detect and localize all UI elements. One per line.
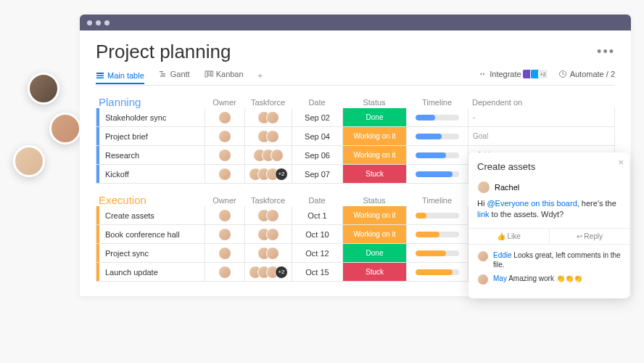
owner-cell[interactable] xyxy=(205,165,245,183)
date-cell[interactable]: Sep 04 xyxy=(292,127,343,145)
status-cell[interactable]: Done xyxy=(343,108,407,126)
timeline-cell[interactable] xyxy=(407,146,468,164)
owner-cell[interactable] xyxy=(205,244,245,262)
item-name[interactable]: Project brief xyxy=(99,127,205,145)
tab-kanban[interactable]: Kanban xyxy=(205,70,244,81)
owner-cell[interactable] xyxy=(205,108,245,126)
close-icon[interactable]: × xyxy=(618,157,624,168)
svg-rect-3 xyxy=(160,71,163,73)
date-cell[interactable]: Sep 06 xyxy=(292,146,343,164)
comment-item-title: Create assets xyxy=(477,161,621,172)
status-cell[interactable]: Stuck xyxy=(343,165,407,183)
dependent-cell[interactable]: - xyxy=(468,108,534,126)
timeline-cell[interactable] xyxy=(407,165,468,183)
comment-body: Hi @Everyone on this board, here's the l… xyxy=(477,198,621,221)
taskforce-cell[interactable] xyxy=(245,206,292,224)
taskforce-cell[interactable]: +2 xyxy=(245,263,292,281)
status-cell[interactable]: Working on it xyxy=(343,225,407,243)
owner-cell[interactable] xyxy=(205,206,245,224)
reply-text: Looks great, left comments in the file. xyxy=(493,251,621,269)
column-header-owner[interactable]: Owner xyxy=(205,196,244,205)
date-cell[interactable]: Sep 02 xyxy=(292,108,343,126)
link[interactable]: link xyxy=(477,210,490,219)
reply-button[interactable]: ↩ Reply xyxy=(550,229,630,244)
timeline-cell[interactable] xyxy=(407,225,468,243)
timeline-cell[interactable] xyxy=(407,206,468,224)
tab-label: Main table xyxy=(107,71,144,80)
avatar xyxy=(13,145,45,177)
avatar xyxy=(218,130,231,143)
status-cell[interactable]: Working on it xyxy=(343,127,407,145)
owner-cell[interactable] xyxy=(205,225,245,243)
timeline-cell[interactable] xyxy=(407,108,468,126)
tab-gantt[interactable]: Gantt xyxy=(159,70,190,81)
avatar xyxy=(49,113,81,144)
taskforce-cell[interactable]: +2 xyxy=(245,165,292,183)
item-name[interactable]: Kickoff xyxy=(99,165,205,183)
column-header-timeline[interactable]: Timeline xyxy=(406,196,468,205)
avatar xyxy=(477,181,490,194)
tab-main-table[interactable]: Main table xyxy=(96,71,144,84)
table-row[interactable]: Project brief Sep 04 Working on it Goal xyxy=(96,127,615,146)
reply-icon: ↩ xyxy=(577,232,585,240)
automate-button[interactable]: Automate / 2 xyxy=(558,70,615,81)
column-header-taskforce[interactable]: Taskforce xyxy=(244,98,292,107)
reply-text: Amazing work 👏👏👏 xyxy=(508,274,582,282)
column-header-dependent[interactable]: Dependent on xyxy=(468,98,533,107)
status-cell[interactable]: Working on it xyxy=(343,146,407,164)
taskforce-cell[interactable] xyxy=(245,225,292,243)
timeline-cell[interactable] xyxy=(407,263,468,281)
item-name[interactable]: Research xyxy=(99,146,205,164)
tab-label: Gantt xyxy=(170,70,190,78)
more-menu-icon[interactable]: ••• xyxy=(597,44,615,60)
avatar xyxy=(218,266,231,279)
integration-badge-more: +2 xyxy=(538,69,548,79)
reply-author[interactable]: Eddie xyxy=(493,251,512,259)
table-row[interactable]: Stakeholder sync Sep 02 Done - xyxy=(96,108,615,127)
board-title[interactable]: Project planning xyxy=(96,41,231,63)
taskforce-cell[interactable] xyxy=(245,108,292,126)
group-name[interactable]: Planning xyxy=(96,96,205,108)
column-header-owner[interactable]: Owner xyxy=(205,98,244,107)
item-name[interactable]: Stakeholder sync xyxy=(99,108,205,126)
taskforce-cell[interactable] xyxy=(245,146,292,164)
reply-author[interactable]: May xyxy=(493,274,507,282)
taskforce-cell[interactable] xyxy=(245,244,292,262)
date-cell[interactable]: Oct 12 xyxy=(292,244,343,262)
integrate-button[interactable]: Integrate +2 xyxy=(478,69,548,82)
timeline-cell[interactable] xyxy=(407,244,468,262)
timeline-cell[interactable] xyxy=(407,127,468,145)
item-name[interactable]: Create assets xyxy=(99,206,205,224)
status-cell[interactable]: Working on it xyxy=(343,206,407,224)
date-cell[interactable]: Sep 07 xyxy=(292,165,343,183)
item-name[interactable]: Launch update xyxy=(99,263,205,281)
group-name[interactable]: Execution xyxy=(96,194,205,206)
avatar xyxy=(266,111,279,124)
status-cell[interactable]: Done xyxy=(343,244,407,262)
tab-label: Kanban xyxy=(216,70,244,78)
column-header-date[interactable]: Date xyxy=(292,98,342,107)
add-view-button[interactable]: + xyxy=(258,71,263,80)
owner-cell[interactable] xyxy=(205,127,245,145)
avatar xyxy=(477,274,489,285)
dependent-cell[interactable]: Goal xyxy=(468,127,534,145)
status-cell[interactable]: Stuck xyxy=(343,263,407,281)
avatar xyxy=(218,209,231,222)
column-header-date[interactable]: Date xyxy=(292,196,342,205)
date-cell[interactable]: Oct 1 xyxy=(292,206,343,224)
date-cell[interactable]: Oct 10 xyxy=(292,225,343,243)
avatar xyxy=(218,247,231,260)
column-header-status[interactable]: Status xyxy=(342,196,406,205)
taskforce-cell[interactable] xyxy=(245,127,292,145)
item-name[interactable]: Project sync xyxy=(99,244,205,262)
avatar xyxy=(271,149,284,162)
like-button[interactable]: 👍 Like xyxy=(468,229,550,244)
column-header-timeline[interactable]: Timeline xyxy=(406,98,468,107)
owner-cell[interactable] xyxy=(205,263,245,281)
column-header-taskforce[interactable]: Taskforce xyxy=(244,196,292,205)
date-cell[interactable]: Oct 15 xyxy=(292,263,343,281)
column-header-status[interactable]: Status xyxy=(342,98,406,107)
item-name[interactable]: Book conference hall xyxy=(99,225,205,243)
mention[interactable]: @Everyone on this board xyxy=(487,199,577,208)
owner-cell[interactable] xyxy=(205,146,245,164)
